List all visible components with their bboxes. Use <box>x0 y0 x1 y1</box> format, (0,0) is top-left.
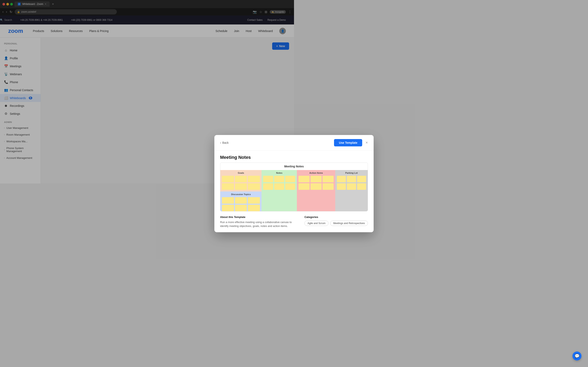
back-label: Back <box>222 141 229 144</box>
sticky-note <box>235 183 247 184</box>
sticky-note <box>222 176 234 182</box>
modal-title: Meeting Notes <box>214 151 294 162</box>
sticky-note <box>274 183 284 184</box>
goals-sticky-grid <box>222 176 260 184</box>
notes-sticky-grid <box>263 176 294 184</box>
modal-header: ‹ Back Use Template × <box>214 135 294 151</box>
goals-column-header: Goals <box>222 172 260 174</box>
sticky-note <box>263 183 273 184</box>
sticky-note <box>222 183 234 184</box>
sticky-note <box>285 183 294 184</box>
sticky-note <box>248 176 260 182</box>
notes-column-header: Notes <box>263 172 294 174</box>
modal-overlay[interactable]: ‹ Back Use Template × Meeting Notes Meet… <box>0 0 294 184</box>
template-modal: ‹ Back Use Template × Meeting Notes Meet… <box>214 135 294 184</box>
sticky-note <box>248 183 260 184</box>
chevron-left-icon: ‹ <box>220 141 221 144</box>
sticky-note <box>235 176 247 182</box>
sticky-note <box>263 176 273 182</box>
sticky-note <box>285 176 294 182</box>
template-preview: Meeting Notes Goals <box>220 162 294 184</box>
sticky-note <box>274 176 284 182</box>
modal-back-button[interactable]: ‹ Back <box>220 141 229 144</box>
board-title: Meeting Notes <box>220 163 294 170</box>
